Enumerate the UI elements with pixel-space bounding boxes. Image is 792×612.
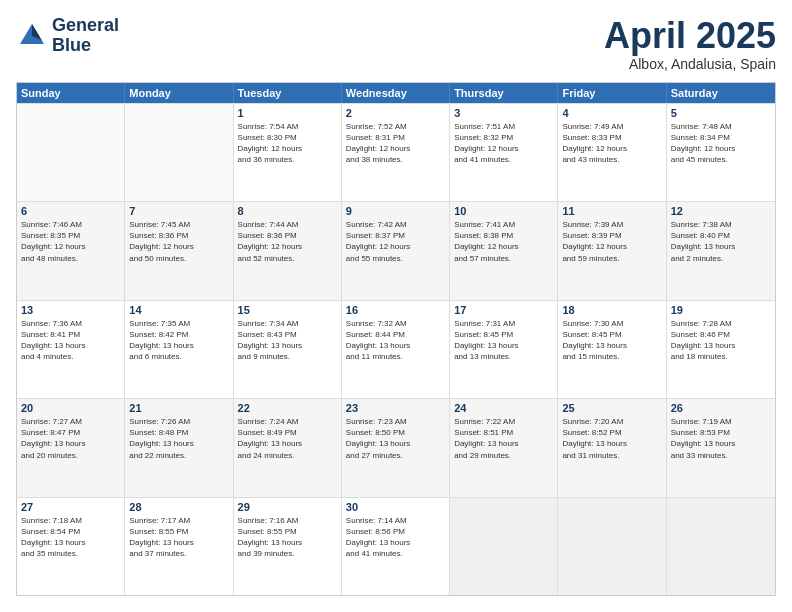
cell-day-number: 29 [238, 501, 337, 513]
calendar-cell-empty [667, 498, 775, 595]
cell-day-number: 16 [346, 304, 445, 316]
cell-day-number: 1 [238, 107, 337, 119]
cell-info: Sunrise: 7:51 AM Sunset: 8:32 PM Dayligh… [454, 121, 553, 166]
cell-day-number: 30 [346, 501, 445, 513]
calendar-cell-empty [17, 104, 125, 201]
cell-day-number: 21 [129, 402, 228, 414]
location-subtitle: Albox, Andalusia, Spain [604, 56, 776, 72]
day-header-tuesday: Tuesday [234, 83, 342, 103]
cell-day-number: 15 [238, 304, 337, 316]
cell-info: Sunrise: 7:45 AM Sunset: 8:36 PM Dayligh… [129, 219, 228, 264]
cell-day-number: 25 [562, 402, 661, 414]
cell-info: Sunrise: 7:18 AM Sunset: 8:54 PM Dayligh… [21, 515, 120, 560]
calendar-cell-16: 16Sunrise: 7:32 AM Sunset: 8:44 PM Dayli… [342, 301, 450, 398]
cell-info: Sunrise: 7:48 AM Sunset: 8:34 PM Dayligh… [671, 121, 771, 166]
cell-day-number: 23 [346, 402, 445, 414]
cell-day-number: 19 [671, 304, 771, 316]
cell-day-number: 6 [21, 205, 120, 217]
calendar-cell-9: 9Sunrise: 7:42 AM Sunset: 8:37 PM Daylig… [342, 202, 450, 299]
calendar-cell-21: 21Sunrise: 7:26 AM Sunset: 8:48 PM Dayli… [125, 399, 233, 496]
calendar-cell-27: 27Sunrise: 7:18 AM Sunset: 8:54 PM Dayli… [17, 498, 125, 595]
week-row-2: 6Sunrise: 7:46 AM Sunset: 8:35 PM Daylig… [17, 201, 775, 299]
cell-day-number: 4 [562, 107, 661, 119]
cell-day-number: 7 [129, 205, 228, 217]
calendar-cell-25: 25Sunrise: 7:20 AM Sunset: 8:52 PM Dayli… [558, 399, 666, 496]
calendar-cell-13: 13Sunrise: 7:36 AM Sunset: 8:41 PM Dayli… [17, 301, 125, 398]
calendar-cell-7: 7Sunrise: 7:45 AM Sunset: 8:36 PM Daylig… [125, 202, 233, 299]
cell-info: Sunrise: 7:39 AM Sunset: 8:39 PM Dayligh… [562, 219, 661, 264]
month-title: April 2025 [604, 16, 776, 56]
day-headers: SundayMondayTuesdayWednesdayThursdayFrid… [17, 83, 775, 103]
calendar-cell-23: 23Sunrise: 7:23 AM Sunset: 8:50 PM Dayli… [342, 399, 450, 496]
cell-day-number: 27 [21, 501, 120, 513]
week-row-1: 1Sunrise: 7:54 AM Sunset: 8:30 PM Daylig… [17, 103, 775, 201]
day-header-sunday: Sunday [17, 83, 125, 103]
cell-info: Sunrise: 7:26 AM Sunset: 8:48 PM Dayligh… [129, 416, 228, 461]
calendar-cell-1: 1Sunrise: 7:54 AM Sunset: 8:30 PM Daylig… [234, 104, 342, 201]
cell-info: Sunrise: 7:54 AM Sunset: 8:30 PM Dayligh… [238, 121, 337, 166]
cell-info: Sunrise: 7:27 AM Sunset: 8:47 PM Dayligh… [21, 416, 120, 461]
cell-info: Sunrise: 7:30 AM Sunset: 8:45 PM Dayligh… [562, 318, 661, 363]
calendar-cell-14: 14Sunrise: 7:35 AM Sunset: 8:42 PM Dayli… [125, 301, 233, 398]
cell-day-number: 3 [454, 107, 553, 119]
cell-info: Sunrise: 7:35 AM Sunset: 8:42 PM Dayligh… [129, 318, 228, 363]
calendar-cell-20: 20Sunrise: 7:27 AM Sunset: 8:47 PM Dayli… [17, 399, 125, 496]
week-row-5: 27Sunrise: 7:18 AM Sunset: 8:54 PM Dayli… [17, 497, 775, 595]
day-header-thursday: Thursday [450, 83, 558, 103]
cell-info: Sunrise: 7:49 AM Sunset: 8:33 PM Dayligh… [562, 121, 661, 166]
cell-info: Sunrise: 7:14 AM Sunset: 8:56 PM Dayligh… [346, 515, 445, 560]
cell-info: Sunrise: 7:42 AM Sunset: 8:37 PM Dayligh… [346, 219, 445, 264]
cell-info: Sunrise: 7:34 AM Sunset: 8:43 PM Dayligh… [238, 318, 337, 363]
calendar-cell-11: 11Sunrise: 7:39 AM Sunset: 8:39 PM Dayli… [558, 202, 666, 299]
logo-text: General Blue [52, 16, 119, 56]
cell-day-number: 18 [562, 304, 661, 316]
cell-day-number: 9 [346, 205, 445, 217]
cell-day-number: 11 [562, 205, 661, 217]
calendar-cell-4: 4Sunrise: 7:49 AM Sunset: 8:33 PM Daylig… [558, 104, 666, 201]
cell-info: Sunrise: 7:32 AM Sunset: 8:44 PM Dayligh… [346, 318, 445, 363]
calendar-cell-24: 24Sunrise: 7:22 AM Sunset: 8:51 PM Dayli… [450, 399, 558, 496]
cell-day-number: 2 [346, 107, 445, 119]
cell-info: Sunrise: 7:23 AM Sunset: 8:50 PM Dayligh… [346, 416, 445, 461]
week-row-3: 13Sunrise: 7:36 AM Sunset: 8:41 PM Dayli… [17, 300, 775, 398]
cell-info: Sunrise: 7:44 AM Sunset: 8:36 PM Dayligh… [238, 219, 337, 264]
calendar-cell-8: 8Sunrise: 7:44 AM Sunset: 8:36 PM Daylig… [234, 202, 342, 299]
cell-info: Sunrise: 7:17 AM Sunset: 8:55 PM Dayligh… [129, 515, 228, 560]
calendar-cell-30: 30Sunrise: 7:14 AM Sunset: 8:56 PM Dayli… [342, 498, 450, 595]
cell-day-number: 8 [238, 205, 337, 217]
cell-day-number: 17 [454, 304, 553, 316]
calendar-cell-12: 12Sunrise: 7:38 AM Sunset: 8:40 PM Dayli… [667, 202, 775, 299]
page: General Blue April 2025 Albox, Andalusia… [0, 0, 792, 612]
cell-info: Sunrise: 7:20 AM Sunset: 8:52 PM Dayligh… [562, 416, 661, 461]
cell-day-number: 22 [238, 402, 337, 414]
day-header-monday: Monday [125, 83, 233, 103]
calendar-cell-empty [125, 104, 233, 201]
title-area: April 2025 Albox, Andalusia, Spain [604, 16, 776, 72]
cell-info: Sunrise: 7:46 AM Sunset: 8:35 PM Dayligh… [21, 219, 120, 264]
calendar-cell-18: 18Sunrise: 7:30 AM Sunset: 8:45 PM Dayli… [558, 301, 666, 398]
calendar-cell-6: 6Sunrise: 7:46 AM Sunset: 8:35 PM Daylig… [17, 202, 125, 299]
calendar-cell-5: 5Sunrise: 7:48 AM Sunset: 8:34 PM Daylig… [667, 104, 775, 201]
cell-day-number: 10 [454, 205, 553, 217]
cell-day-number: 5 [671, 107, 771, 119]
cell-info: Sunrise: 7:22 AM Sunset: 8:51 PM Dayligh… [454, 416, 553, 461]
calendar-body: 1Sunrise: 7:54 AM Sunset: 8:30 PM Daylig… [17, 103, 775, 595]
cell-day-number: 12 [671, 205, 771, 217]
day-header-saturday: Saturday [667, 83, 775, 103]
logo-icon [16, 20, 48, 52]
calendar-cell-15: 15Sunrise: 7:34 AM Sunset: 8:43 PM Dayli… [234, 301, 342, 398]
calendar-cell-22: 22Sunrise: 7:24 AM Sunset: 8:49 PM Dayli… [234, 399, 342, 496]
cell-info: Sunrise: 7:41 AM Sunset: 8:38 PM Dayligh… [454, 219, 553, 264]
cell-day-number: 26 [671, 402, 771, 414]
cell-info: Sunrise: 7:31 AM Sunset: 8:45 PM Dayligh… [454, 318, 553, 363]
logo: General Blue [16, 16, 119, 56]
day-header-friday: Friday [558, 83, 666, 103]
cell-info: Sunrise: 7:52 AM Sunset: 8:31 PM Dayligh… [346, 121, 445, 166]
cell-day-number: 24 [454, 402, 553, 414]
cell-info: Sunrise: 7:24 AM Sunset: 8:49 PM Dayligh… [238, 416, 337, 461]
day-header-wednesday: Wednesday [342, 83, 450, 103]
cell-info: Sunrise: 7:28 AM Sunset: 8:46 PM Dayligh… [671, 318, 771, 363]
calendar-cell-28: 28Sunrise: 7:17 AM Sunset: 8:55 PM Dayli… [125, 498, 233, 595]
header: General Blue April 2025 Albox, Andalusia… [16, 16, 776, 72]
calendar-cell-empty [558, 498, 666, 595]
